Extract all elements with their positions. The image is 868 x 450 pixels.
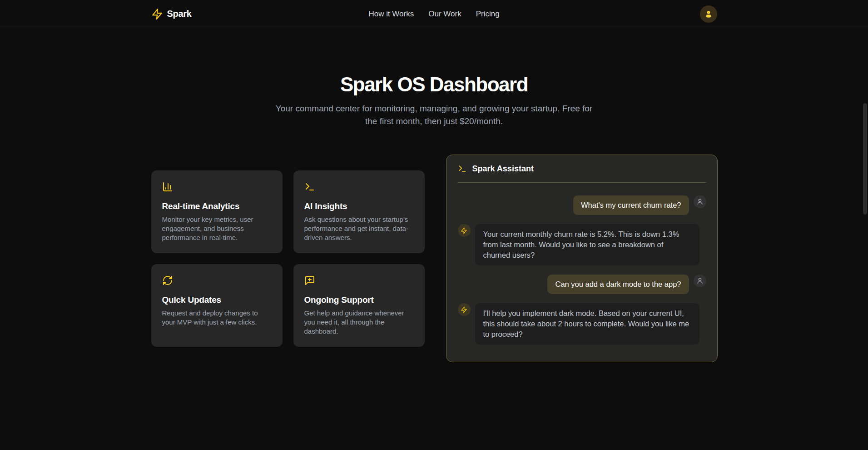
terminal-icon [304, 181, 315, 192]
page-scrollbar[interactable] [863, 103, 867, 215]
nav-link-how-it-works[interactable]: How it Works [368, 10, 414, 19]
feature-card-ongoing-support: Ongoing Support Get help and guidance wh… [293, 264, 425, 347]
brand-name: Spark [167, 9, 192, 19]
user-icon [704, 10, 713, 19]
chart-column-icon [162, 181, 173, 192]
assistant-chat-avatar [458, 224, 471, 237]
user-chat-avatar [694, 275, 706, 287]
feature-card-quick-updates: Quick Updates Request and deploy changes… [151, 264, 283, 347]
feature-title: Ongoing Support [304, 295, 414, 305]
feature-card-ai-insights: AI Insights Ask questions about your sta… [293, 170, 425, 253]
navbar: Spark How it Works Our Work Pricing [0, 0, 868, 28]
feature-card-realtime-analytics: Real-time Analytics Monitor your key met… [151, 170, 283, 253]
nav-link-pricing[interactable]: Pricing [476, 10, 500, 19]
zap-icon [461, 306, 467, 313]
hero-section: Spark OS Dashboard Your command center f… [0, 73, 868, 128]
feature-title: AI Insights [304, 201, 414, 211]
page-title: Spark OS Dashboard [0, 73, 868, 96]
main-content: Real-time Analytics Monitor your key met… [141, 155, 727, 362]
feature-description: Request and deploy changes to your MVP w… [162, 309, 272, 327]
zap-icon [461, 227, 467, 234]
user-outline-icon [696, 277, 704, 285]
user-message-bubble: Can you add a dark mode to the app? [547, 275, 689, 294]
assistant-chat-avatar [458, 303, 471, 316]
user-outline-icon [696, 198, 704, 205]
brand-logo[interactable]: Spark [151, 8, 192, 20]
hero-subtitle-line2: the first month, then just $20/month. [0, 115, 868, 128]
zap-icon [151, 8, 163, 20]
refresh-icon [162, 275, 173, 286]
chat-message-user: What's my current churn rate? [458, 195, 706, 215]
feature-title: Quick Updates [162, 295, 272, 305]
assistant-panel-title: Spark Assistant [472, 164, 534, 174]
feature-grid: Real-time Analytics Monitor your key met… [151, 170, 425, 347]
chat-message-list: What's my current churn rate? Your curre… [446, 183, 717, 362]
nav-link-our-work[interactable]: Our Work [428, 10, 461, 19]
chat-message-user: Can you add a dark mode to the app? [458, 275, 706, 294]
navbar-inner: Spark How it Works Our Work Pricing [141, 0, 727, 28]
assistant-panel-header: Spark Assistant [446, 155, 717, 182]
hero-subtitle: Your command center for monitoring, mana… [0, 102, 868, 128]
chat-message-assistant: Your current monthly churn rate is 5.2%.… [458, 224, 706, 265]
hero-subtitle-line1: Your command center for monitoring, mana… [0, 102, 868, 115]
spark-assistant-panel: Spark Assistant What's my current churn … [446, 155, 718, 362]
feature-description: Get help and guidance whenever you need … [304, 309, 414, 336]
feature-title: Real-time Analytics [162, 201, 272, 211]
feature-description: Ask questions about your startup's perfo… [304, 215, 414, 242]
assistant-message-bubble: I'll help you implement dark mode. Based… [475, 303, 699, 345]
profile-avatar-button[interactable] [700, 5, 717, 23]
terminal-icon [458, 164, 467, 173]
assistant-message-bubble: Your current monthly churn rate is 5.2%.… [475, 224, 699, 265]
nav-links: How it Works Our Work Pricing [368, 10, 499, 19]
user-message-bubble: What's my current churn rate? [573, 195, 689, 215]
chat-message-assistant: I'll help you implement dark mode. Based… [458, 303, 706, 345]
user-chat-avatar [694, 195, 706, 208]
message-square-plus-icon [304, 275, 315, 286]
feature-description: Monitor your key metrics, user engagemen… [162, 215, 272, 242]
